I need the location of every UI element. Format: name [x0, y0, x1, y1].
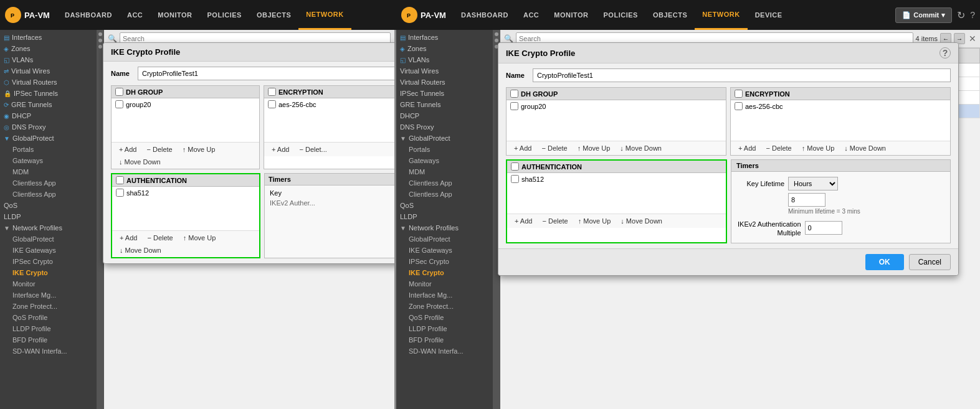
left-name-input[interactable]	[138, 67, 394, 80]
right-nav-network[interactable]: NETWORK	[695, 0, 747, 30]
sidebar-item-lldp-left[interactable]: LLDP	[0, 211, 97, 222]
sidebar-item-interfacemg-left[interactable]: Interface Mg...	[9, 289, 97, 301]
left-dh-row-check[interactable]	[115, 100, 123, 108]
right-enc-moveup-btn[interactable]: ↑ Move Up	[798, 143, 839, 153]
right-nav-icon1[interactable]: ↻	[957, 9, 965, 21]
left-auth-select-all[interactable]	[116, 176, 124, 184]
sidebar-item-ikecrypto-left[interactable]: IKE Crypto	[9, 267, 97, 278]
left-enc-delete-btn[interactable]: − Delet...	[295, 144, 330, 154]
left-auth-delete-btn[interactable]: − Delete	[143, 233, 176, 243]
sidebar-item-clientless2-left[interactable]: Clientless App	[9, 189, 97, 200]
left-nav-acc[interactable]: ACC	[120, 0, 150, 30]
left-enc-select-all[interactable]	[268, 88, 276, 96]
sidebar-item-portals-left[interactable]: Portals	[9, 144, 97, 155]
right-close-btn[interactable]: ✕	[969, 34, 976, 44]
sidebar-item-zoneprotect-right[interactable]: Zone Protect...	[405, 301, 493, 312]
right-enc-add-btn[interactable]: + Add	[735, 143, 759, 153]
sidebar-item-zones-right[interactable]: ◈ Zones	[396, 43, 493, 54]
left-auth-movedown-btn[interactable]: ↓ Move Down	[116, 245, 165, 255]
sidebar-item-zones-left[interactable]: ◈ Zones	[0, 43, 97, 54]
left-dh-group-row[interactable]: group20	[112, 98, 259, 110]
sidebar-item-clientless2-right[interactable]: Clientless App	[405, 189, 493, 200]
sidebar-item-globalprotect-right[interactable]: ▼ GlobalProtect	[396, 133, 493, 144]
right-nav-device[interactable]: DEVICE	[748, 0, 790, 30]
commit-button[interactable]: 📄 Commit ▾	[895, 7, 952, 23]
sidebar-item-monitor-right[interactable]: Monitor	[405, 278, 493, 289]
right-nav-objects[interactable]: OBJECTS	[645, 0, 695, 30]
right-modal-help-btn[interactable]: ?	[940, 47, 951, 59]
right-auth-add-btn[interactable]: + Add	[511, 216, 536, 226]
right-nav-monitor[interactable]: MONITOR	[546, 0, 596, 30]
right-nav-icon2[interactable]: ?	[970, 10, 975, 20]
sidebar-item-gateways-left[interactable]: Gateways	[9, 155, 97, 166]
sidebar-item-ipseccrypto-right[interactable]: IPSec Crypto	[405, 256, 493, 267]
sidebar-item-clientless1-right[interactable]: Clientless App	[405, 177, 493, 189]
left-auth-row-check[interactable]	[116, 189, 124, 197]
right-auth-movedown-btn[interactable]: ↓ Move Down	[617, 216, 666, 226]
sidebar-item-dhcp-left[interactable]: ◉ DHCP	[0, 110, 97, 121]
sidebar-item-qosprofile-right[interactable]: QoS Profile	[405, 312, 493, 323]
right-dh-moveup-btn[interactable]: ↑ Move Up	[574, 143, 614, 153]
right-auth-moveup-btn[interactable]: ↑ Move Up	[574, 216, 615, 226]
sidebar-item-zoneprotect-left[interactable]: Zone Protect...	[9, 301, 97, 312]
sidebar-item-lldpprofile-right[interactable]: LLDP Profile	[405, 323, 493, 334]
sidebar-item-dnsproxy-left[interactable]: ◎ DNS Proxy	[0, 121, 97, 133]
left-nav-dashboard[interactable]: DASHBOARD	[57, 0, 120, 30]
sidebar-item-vlans-left[interactable]: ◱ VLANs	[0, 54, 97, 65]
sidebar-item-qos-right[interactable]: QoS	[396, 200, 493, 211]
sidebar-item-sdwan-right[interactable]: SD-WAN Interfa...	[405, 346, 493, 357]
left-dh-delete-btn[interactable]: − Delete	[143, 144, 176, 154]
right-enc-movedown-btn[interactable]: ↓ Move Down	[840, 143, 890, 153]
left-enc-row[interactable]: aes-256-cbc	[264, 98, 394, 110]
left-auth-row[interactable]: sha512	[112, 187, 259, 199]
left-enc-add-btn[interactable]: + Add	[268, 144, 293, 154]
sidebar-item-gp2-right[interactable]: GlobalProtect	[405, 233, 493, 245]
sidebar-item-dhcp-right[interactable]: DHCP	[396, 110, 493, 121]
sidebar-item-interfaces-right[interactable]: ▤ Interfaces	[396, 32, 493, 43]
sidebar-item-clientless1-left[interactable]: Clientless App	[9, 177, 97, 189]
sidebar-item-sdwan-left[interactable]: SD-WAN Interfa...	[9, 346, 97, 357]
right-dh-group-row[interactable]: group20	[507, 100, 726, 112]
sidebar-item-dnsproxy-right[interactable]: DNS Proxy	[396, 121, 493, 133]
sidebar-item-vlans-right[interactable]: ◱ VLANs	[396, 54, 493, 65]
sidebar-item-virtualwires-right[interactable]: Virtual Wires	[396, 65, 493, 77]
sidebar-item-ikegateways-right[interactable]: IKE Gateways	[405, 245, 493, 256]
right-cancel-button[interactable]: Cancel	[909, 254, 951, 270]
right-auth-delete-btn[interactable]: − Delete	[538, 216, 571, 226]
sidebar-item-qos-left[interactable]: QoS	[0, 200, 97, 211]
sidebar-item-lldp-right[interactable]: LLDP	[396, 211, 493, 222]
right-enc-row[interactable]: aes-256-cbc	[731, 100, 950, 112]
sidebar-item-netprofiles-right[interactable]: ▼ Network Profiles	[396, 222, 493, 233]
left-nav-monitor[interactable]: MONITOR	[150, 0, 199, 30]
sidebar-item-mdm-left[interactable]: MDM	[9, 166, 97, 177]
right-ikev2-auth-input[interactable]	[805, 221, 842, 235]
left-nav-objects[interactable]: OBJECTS	[249, 0, 298, 30]
right-enc-row-check[interactable]	[735, 102, 743, 110]
sidebar-item-monitor-left[interactable]: Monitor	[9, 278, 97, 289]
right-dh-delete-btn[interactable]: − Delete	[538, 143, 571, 153]
left-dh-select-all[interactable]	[115, 88, 123, 96]
right-nav-dashboard[interactable]: DASHBOARD	[454, 0, 516, 30]
left-dh-movedown-btn[interactable]: ↓ Move Down	[115, 157, 164, 167]
right-dh-row-check[interactable]	[510, 102, 518, 110]
sidebar-item-interfaces-left[interactable]: ▤ Interfaces	[0, 32, 97, 43]
sidebar-item-gre-left[interactable]: ⟳ GRE Tunnels	[0, 99, 97, 110]
sidebar-item-gp2-left[interactable]: GlobalProtect	[9, 233, 97, 245]
right-enc-select-all[interactable]	[735, 90, 743, 98]
right-auth-row[interactable]: sha512	[507, 173, 726, 185]
sidebar-item-qosprofile-left[interactable]: QoS Profile	[9, 312, 97, 323]
sidebar-item-bfdprofile-left[interactable]: BFD Profile	[9, 334, 97, 346]
right-auth-row-check[interactable]	[511, 175, 519, 183]
right-key-lifetime-input[interactable]	[788, 193, 825, 207]
sidebar-item-ipseccrypto-left[interactable]: IPSec Crypto	[9, 256, 97, 267]
left-dh-moveup-btn[interactable]: ↑ Move Up	[179, 144, 219, 154]
sidebar-item-netprofiles-left[interactable]: ▼ Network Profiles	[0, 222, 97, 233]
sidebar-item-virtualrouters-right[interactable]: Virtual Routers	[396, 77, 493, 88]
right-dh-add-btn[interactable]: + Add	[510, 143, 535, 153]
right-nav-acc[interactable]: ACC	[516, 0, 546, 30]
sidebar-item-portals-right[interactable]: Portals	[405, 144, 493, 155]
left-auth-add-btn[interactable]: + Add	[116, 233, 141, 243]
sidebar-item-gateways-right[interactable]: Gateways	[405, 155, 493, 166]
right-dh-movedown-btn[interactable]: ↓ Move Down	[616, 143, 665, 153]
sidebar-item-ipsec-left[interactable]: 🔒 IPSec Tunnels	[0, 88, 97, 99]
